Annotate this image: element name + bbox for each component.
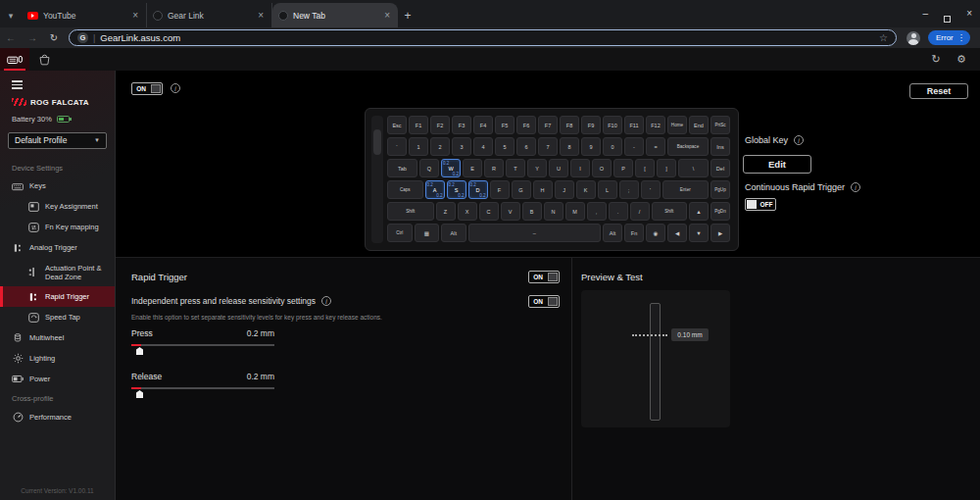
key-pgup[interactable]: PgUp <box>710 180 730 199</box>
sidebar-item-analog-trigger[interactable]: Analog Trigger <box>0 238 115 259</box>
key-a[interactable]: A0.20.2 <box>425 180 445 199</box>
key-f5[interactable]: F5 <box>495 116 514 134</box>
bookmark-star-icon[interactable]: ☆ <box>879 32 888 43</box>
reload-icon[interactable]: ↻ <box>43 32 65 43</box>
key-7[interactable]: 7 <box>538 137 558 156</box>
slider-thumb[interactable] <box>136 390 143 398</box>
key-2[interactable]: 2 <box>430 137 450 156</box>
key-1[interactable]: 1 <box>409 137 428 156</box>
key-o[interactable]: O <box>592 159 612 177</box>
key-pgdn[interactable]: PgDn <box>710 202 730 221</box>
devices-icon[interactable] <box>0 48 29 71</box>
key-e[interactable]: E <box>463 159 482 177</box>
info-icon[interactable]: i <box>851 182 860 192</box>
key-ctrl[interactable]: Ctrl <box>387 224 413 242</box>
key-f10[interactable]: F10 <box>603 116 622 134</box>
profile-select[interactable]: Default Profile ▼ <box>8 132 107 149</box>
key-f[interactable]: F <box>490 180 510 199</box>
maximize-icon[interactable] <box>944 16 951 23</box>
key-space[interactable]: ' <box>641 180 661 199</box>
key-x[interactable]: X <box>458 202 477 221</box>
key-f4[interactable]: F4 <box>473 116 493 134</box>
sidebar-item-rapid-trigger[interactable]: Rapid Trigger <box>0 286 115 307</box>
tab-close-icon[interactable]: × <box>130 10 140 21</box>
key-space[interactable]: ] <box>657 159 676 177</box>
key-f11[interactable]: F11 <box>624 116 644 134</box>
key-prtsc[interactable]: PrtSc <box>710 116 730 134</box>
key-f7[interactable]: F7 <box>538 116 558 134</box>
key-fn[interactable]: Fn <box>624 224 644 242</box>
key-space[interactable]: ▼ <box>689 224 709 242</box>
key-f2[interactable]: F2 <box>430 116 450 134</box>
key-alt[interactable]: Alt <box>603 224 622 242</box>
info-icon[interactable]: i <box>321 296 331 306</box>
slider-thumb[interactable] <box>136 347 143 355</box>
keyboard-feature-toggle[interactable]: ON <box>131 82 163 95</box>
key-j[interactable]: J <box>555 180 574 199</box>
sidebar-item-key-assignment[interactable]: Key Assignment <box>0 197 115 218</box>
sidebar-item-performance[interactable]: Performance <box>0 407 115 427</box>
release-slider[interactable] <box>131 387 274 389</box>
key-del[interactable]: Del <box>710 159 730 177</box>
key-0[interactable]: 0 <box>603 137 622 156</box>
edit-button[interactable]: Edit <box>743 155 811 174</box>
key-s[interactable]: S0.20.2 <box>447 180 466 199</box>
key-d[interactable]: D0.20.2 <box>468 180 488 199</box>
key-space[interactable]: ▶ <box>710 224 730 242</box>
key-p[interactable]: P <box>613 159 633 177</box>
key-n[interactable]: N <box>544 202 564 221</box>
key-b[interactable]: B <box>522 202 542 221</box>
sidebar-item-speed-tap[interactable]: Speed Tap <box>0 307 115 327</box>
sidebar-item-lighting[interactable]: Lighting <box>0 348 115 369</box>
key-6[interactable]: 6 <box>516 137 536 156</box>
key-space[interactable]: ▦ <box>415 224 440 242</box>
sidebar-item-multiwheel[interactable]: Multiwheel <box>0 327 115 348</box>
tab-close-icon[interactable]: × <box>382 10 392 21</box>
key-w[interactable]: W0.20.2 <box>441 159 461 177</box>
rapid-trigger-toggle[interactable]: ON <box>528 271 560 283</box>
key-space[interactable]: - <box>624 137 644 156</box>
key-5[interactable]: 5 <box>495 137 514 156</box>
close-icon[interactable]: × <box>966 0 972 27</box>
sidebar-item-actuation-point-dead-zone[interactable]: Actuation Point & Dead Zone <box>0 259 115 287</box>
new-tab-button[interactable]: + <box>398 4 417 27</box>
tab-close-icon[interactable]: × <box>256 10 266 21</box>
url-text[interactable]: GearLink.asus.com <box>100 32 879 43</box>
key-shift[interactable]: Shift <box>652 202 688 221</box>
back-icon[interactable]: ← <box>0 32 22 43</box>
sync-icon[interactable]: ↻ <box>923 48 949 71</box>
sidebar-item-fn-key-mapping[interactable]: Fn Key mapping <box>0 218 115 238</box>
key-y[interactable]: Y <box>527 159 547 177</box>
key-space[interactable]: ▲ <box>689 202 709 221</box>
tab-search-chevron-icon[interactable]: ▾ <box>0 4 22 27</box>
key-space[interactable]: = <box>646 137 665 156</box>
independent-sensitivity-toggle[interactable]: ON <box>528 295 560 308</box>
reset-button[interactable]: Reset <box>909 83 968 99</box>
continuous-rapid-trigger-toggle[interactable]: OFF <box>745 198 776 211</box>
key-backspace[interactable]: Backspace <box>667 137 709 156</box>
key-g[interactable]: G <box>512 180 531 199</box>
key-ins[interactable]: Ins <box>710 137 730 156</box>
key-space[interactable]: ◉ <box>646 224 665 242</box>
key-enter[interactable]: Enter <box>662 180 710 199</box>
browser-error-badge[interactable]: Error ⋮ <box>928 30 970 45</box>
key-3[interactable]: 3 <box>452 137 471 156</box>
browser-menu-icon[interactable]: ⋮ <box>957 33 965 42</box>
key-space[interactable]: [ <box>635 159 655 177</box>
key-f3[interactable]: F3 <box>452 116 471 134</box>
key-k[interactable]: K <box>576 180 596 199</box>
key-space[interactable]: / <box>630 202 650 221</box>
forward-icon[interactable]: → <box>22 32 43 43</box>
key-tab[interactable]: Tab <box>387 159 417 177</box>
key-alt[interactable]: Alt <box>441 224 466 242</box>
key-r[interactable]: R <box>484 159 504 177</box>
key-f12[interactable]: F12 <box>646 116 665 134</box>
store-icon[interactable] <box>29 48 59 71</box>
key-l[interactable]: L <box>598 180 617 199</box>
sidebar-item-power[interactable]: Power <box>0 369 115 389</box>
key-f9[interactable]: F9 <box>581 116 601 134</box>
key-h[interactable]: H <box>533 180 553 199</box>
press-slider[interactable] <box>131 344 274 346</box>
profile-avatar[interactable] <box>906 31 920 45</box>
key-m[interactable]: M <box>565 202 585 221</box>
